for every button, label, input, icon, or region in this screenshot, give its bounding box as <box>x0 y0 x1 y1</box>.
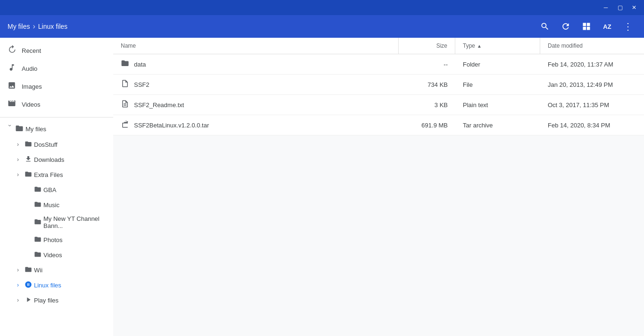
sidebar-item-extra-files[interactable]: › Extra Files <box>0 167 113 182</box>
file-date-cell: Feb 14, 2020, 11:37 AM <box>540 54 644 74</box>
refresh-icon <box>561 22 570 31</box>
type-sort-arrow: ▲ <box>477 43 482 49</box>
audio-icon <box>8 63 16 74</box>
dosstuff-folder-icon <box>25 140 32 149</box>
videos-child-folder-icon <box>34 251 42 260</box>
table-row[interactable]: SSF2BetaLinux.v1.2.0.0.tar 691.9 MB Tar … <box>113 115 644 135</box>
wii-label: Wii <box>34 267 42 274</box>
sidebar-item-downloads[interactable]: › Downloads <box>0 152 113 167</box>
linux-files-special-icon <box>25 281 32 290</box>
music-label: Music <box>43 202 59 209</box>
breadcrumb-parent[interactable]: My files <box>8 23 30 30</box>
sidebar: Recent Audio Images Videos › <box>0 38 113 336</box>
breadcrumb: My files › Linux files <box>8 22 536 31</box>
file-date-cell: Jan 20, 2013, 12:49 PM <box>540 75 644 94</box>
column-header-size[interactable]: Size <box>399 38 455 54</box>
sidebar-item-recent[interactable]: Recent <box>0 42 109 59</box>
file-type: Plain text <box>463 101 488 109</box>
header: My files › Linux files AZ ⋮ <box>0 15 644 38</box>
dosstuff-label: DosStuff <box>34 141 58 148</box>
file-name: SSF2 <box>134 81 150 88</box>
play-files-label: Play files <box>34 297 59 304</box>
column-size-label: Size <box>436 42 447 49</box>
breadcrumb-current: Linux files <box>38 23 67 30</box>
sidebar-divider <box>0 117 113 118</box>
refresh-button[interactable] <box>557 18 574 35</box>
titlebar: ─ ▢ ✕ <box>0 0 644 15</box>
audio-label: Audio <box>22 65 37 72</box>
extra-files-label: Extra Files <box>34 171 63 178</box>
yt-channel-folder-icon <box>34 218 42 227</box>
file-date: Oct 3, 2017, 11:35 PM <box>548 101 609 109</box>
downloads-folder-icon <box>25 155 32 164</box>
table-row[interactable]: SSF2_Readme.txt 3 KB Plain text Oct 3, 2… <box>113 95 644 115</box>
photos-folder-icon <box>34 235 42 244</box>
file-type-cell: Folder <box>455 54 540 74</box>
sidebar-item-images[interactable]: Images <box>0 77 109 95</box>
table-row[interactable]: SSF2 734 KB File Jan 20, 2013, 12:49 PM <box>113 75 644 95</box>
maximize-button[interactable]: ▢ <box>614 1 626 14</box>
close-button[interactable]: ✕ <box>628 1 640 14</box>
search-button[interactable] <box>536 18 553 35</box>
sidebar-item-videos[interactable]: Videos <box>0 95 109 113</box>
sidebar-item-linux-files[interactable]: › Linux files <box>0 277 113 293</box>
file-type: File <box>463 81 473 88</box>
yt-channel-label: My New YT Channel Bann... <box>43 215 109 229</box>
sidebar-item-videos-child[interactable]: › Videos <box>0 247 113 262</box>
recent-icon <box>8 45 16 56</box>
sidebar-item-photos[interactable]: › Photos <box>0 232 113 247</box>
file-size-cell: 3 KB <box>399 95 455 115</box>
sidebar-item-my-files[interactable]: › My files <box>0 121 113 137</box>
photos-label: Photos <box>43 236 62 244</box>
file-size: 734 KB <box>427 81 448 88</box>
file-size-cell: 691.9 MB <box>399 115 455 135</box>
sidebar-item-wii[interactable]: › Wii <box>0 262 113 277</box>
file-date: Feb 14, 2020, 11:37 AM <box>548 61 613 68</box>
wii-chevron: › <box>13 265 23 275</box>
file-name-cell: SSF2_Readme.txt <box>113 95 399 115</box>
grid-view-button[interactable] <box>578 18 595 35</box>
file-type-cell: File <box>455 75 540 94</box>
column-name-label: Name <box>121 42 136 49</box>
downloads-label: Downloads <box>34 156 64 163</box>
column-header-name[interactable]: Name <box>113 38 399 54</box>
main-layout: Recent Audio Images Videos › <box>0 38 644 336</box>
file-type-cell: Plain text <box>455 95 540 115</box>
file-size: 3 KB <box>435 101 448 109</box>
column-header-date[interactable]: Date modified <box>540 38 644 54</box>
my-files-chevron: › <box>4 125 13 134</box>
images-icon <box>8 81 16 92</box>
minimize-button[interactable]: ─ <box>600 1 612 14</box>
column-header-type[interactable]: Type ▲ <box>455 38 540 54</box>
file-type: Folder <box>463 61 480 68</box>
file-name-cell: SSF2BetaLinux.v1.2.0.0.tar <box>113 115 399 135</box>
sidebar-item-yt-channel[interactable]: › My New YT Channel Bann... <box>0 212 113 232</box>
file-type-cell: Tar archive <box>455 115 540 135</box>
sidebar-item-audio[interactable]: Audio <box>0 59 109 77</box>
play-files-icon <box>25 296 32 305</box>
sidebar-item-music[interactable]: › Music <box>0 197 113 212</box>
images-label: Images <box>22 83 42 90</box>
downloads-chevron: › <box>13 155 23 164</box>
sidebar-item-dosstuff[interactable]: › DosStuff <box>0 137 113 152</box>
my-files-folder-icon <box>15 124 24 134</box>
sidebar-item-play-files[interactable]: › Play files <box>0 293 113 308</box>
linux-files-chevron: › <box>13 280 23 290</box>
table-row[interactable]: data -- Folder Feb 14, 2020, 11:37 AM <box>113 54 644 75</box>
folder-icon <box>121 59 129 69</box>
file-size-cell: -- <box>399 54 455 74</box>
videos-icon <box>8 99 16 109</box>
sort-button[interactable]: AZ <box>599 18 616 35</box>
extra-files-folder-icon <box>25 170 32 179</box>
sidebar-item-gba[interactable]: › GBA <box>0 182 113 197</box>
file-name: SSF2_Readme.txt <box>134 101 184 109</box>
file-size: -- <box>443 61 448 68</box>
videos-label: Videos <box>22 101 41 108</box>
column-date-label: Date modified <box>548 42 583 49</box>
gba-folder-icon <box>34 185 42 194</box>
more-menu-button[interactable]: ⋮ <box>619 18 636 35</box>
music-folder-icon <box>34 201 42 210</box>
file-name: data <box>134 61 146 68</box>
archive-icon <box>121 120 129 130</box>
play-files-chevron: › <box>13 295 23 305</box>
